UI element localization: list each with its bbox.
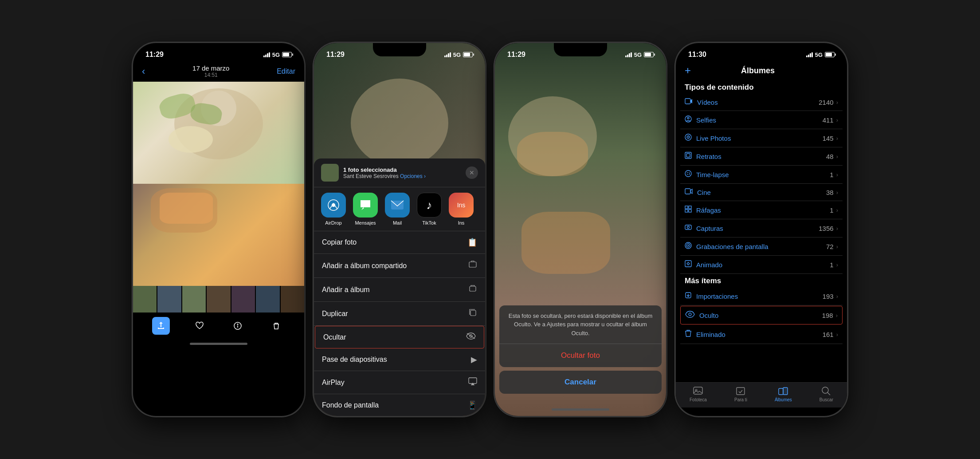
time-1: 11:29 — [145, 51, 164, 59]
album-right-rafagas-4: 1 › — [830, 206, 838, 214]
album-item-left-grabaciones-4: Grabaciones de pantalla — [685, 242, 768, 251]
albums-content-4[interactable]: Tipos de contenido Vídeos 2140 › — [676, 80, 847, 382]
live-photos-icon-4 — [685, 134, 692, 142]
album-item-left-importaciones-4: Importaciones — [685, 292, 738, 301]
app-more-2[interactable]: Ins Ins — [449, 193, 474, 226]
heart-button-1[interactable] — [191, 317, 208, 335]
eliminado-label-4: Eliminado — [696, 331, 725, 338]
app-mail-2[interactable]: Mail — [385, 193, 410, 226]
thumb-2[interactable] — [157, 286, 181, 313]
tab-fototeca-4[interactable]: Fototeca — [690, 386, 707, 402]
album-item-grabaciones-4[interactable]: Grabaciones de pantalla 72 › — [680, 237, 843, 256]
battery-icon-2 — [463, 52, 473, 57]
animado-chevron-4: › — [836, 261, 838, 268]
back-button-1[interactable]: ‹ — [142, 66, 145, 77]
action-album-2[interactable]: Añadir a álbum — [314, 278, 485, 302]
svg-rect-7 — [470, 286, 476, 291]
phone-2: 11:29 5G 1 foto seleccionada Sant Esteve… — [313, 42, 486, 417]
album-item-timelapse-4[interactable]: Time-lapse 1 › — [680, 166, 843, 184]
svg-rect-19 — [686, 154, 690, 157]
app-airdrop-2[interactable]: AirDrop — [321, 193, 346, 226]
oculto-icon-4 — [685, 311, 695, 320]
album-item-animado-4[interactable]: Animado 1 › — [680, 256, 843, 274]
album-item-importaciones-4[interactable]: Importaciones 193 › — [680, 287, 843, 305]
share-button-1[interactable] — [152, 317, 170, 335]
videos-count-4: 2140 — [819, 99, 833, 106]
importaciones-icon-4 — [685, 292, 692, 301]
album-item-cine-4[interactable]: Cine 38 › — [680, 184, 843, 201]
live-photos-count-4: 145 — [823, 135, 834, 142]
album-item-live-photos-4[interactable]: Live Photos 145 › — [680, 129, 843, 147]
eliminado-count-4: 161 — [823, 331, 834, 338]
svg-rect-8 — [470, 310, 476, 316]
battery-fill-1 — [283, 53, 289, 56]
share-header-text-2: 1 foto seleccionada Sant Esteve Sesrovir… — [343, 166, 461, 179]
home-indicator-1 — [190, 343, 247, 345]
album-item-eliminado-4[interactable]: Eliminado 161 › — [680, 325, 843, 344]
tab-para-ti-label-4: Para ti — [734, 397, 747, 402]
tab-albumes-4[interactable]: Álbumes — [775, 386, 792, 402]
svg-rect-37 — [737, 388, 745, 395]
add-album-btn-4[interactable]: + — [685, 64, 691, 77]
albums-title-4: Álbumes — [741, 66, 775, 75]
album-right-grabaciones-4: 72 › — [826, 243, 838, 250]
action-fondo-2[interactable]: Fondo de pantalla 📱 — [314, 394, 485, 416]
edit-button-1[interactable]: Editar — [277, 67, 295, 75]
share-header-2: 1 foto seleccionada Sant Esteve Sesrovir… — [314, 158, 485, 187]
app-tiktok-2[interactable]: ♪ TikTok — [417, 193, 442, 226]
retratos-chevron-4: › — [836, 153, 838, 160]
album-item-oculto-4[interactable]: Oculto 198 › — [680, 306, 843, 324]
info-button-1[interactable] — [229, 317, 247, 335]
thumb-7[interactable] — [281, 286, 304, 313]
album-item-rafagas-4[interactable]: Ráfagas 1 › — [680, 201, 843, 219]
action-list-2: Copiar foto 📋 Añadir a álbum compartido … — [314, 231, 485, 416]
time-3: 11:29 — [507, 51, 525, 59]
thumb-3[interactable] — [182, 286, 206, 313]
trash-button-1[interactable] — [267, 317, 285, 335]
hide-photo-btn-3[interactable]: Ocultar foto — [499, 344, 662, 367]
app-mensajes-2[interactable]: Mensajes — [353, 193, 378, 226]
notch-1 — [192, 43, 245, 56]
share-options-link-2[interactable]: Opciones › — [400, 173, 426, 179]
album-item-selfies-4[interactable]: Selfies 411 › — [680, 111, 843, 129]
capturas-count-4: 1356 — [819, 225, 833, 232]
album-item-retratos-4[interactable]: Retratos 48 › — [680, 147, 843, 166]
tab-para-ti-4[interactable]: Para ti — [734, 386, 747, 402]
grabaciones-label-4: Grabaciones de pantalla — [696, 243, 768, 250]
tab-buscar-label-4: Buscar — [819, 397, 833, 402]
svg-point-40 — [822, 387, 828, 393]
svg-rect-39 — [783, 388, 788, 395]
thumb-5[interactable] — [231, 286, 255, 313]
action-duplicar-2[interactable]: Duplicar — [314, 302, 485, 326]
album-item-capturas-4[interactable]: Capturas 1356 › — [680, 219, 843, 237]
battery-icon-3 — [644, 52, 654, 57]
action-pase-2[interactable]: Pase de diapositivas ▶ — [314, 348, 485, 371]
tab-buscar-4[interactable]: Buscar — [819, 386, 833, 402]
album-item-videos-4[interactable]: Vídeos 2140 › — [680, 94, 843, 111]
action-ocultar-2[interactable]: Ocultar — [315, 326, 484, 348]
share-close-btn-2[interactable]: ✕ — [466, 166, 478, 179]
album-item-left-oculto-4: Oculto — [685, 311, 718, 320]
status-icons-4: 5G — [806, 51, 835, 58]
food-photo-top-1 — [133, 82, 304, 184]
album-item-left-rafagas-4: Ráfagas — [685, 206, 721, 214]
battery-icon-1 — [282, 52, 292, 57]
album-right-retratos-4: 48 › — [826, 153, 838, 160]
album-item-left-videos-4: Vídeos — [685, 98, 718, 106]
action-album-compartido-2[interactable]: Añadir a álbum compartido — [314, 254, 485, 278]
action-copiar-2[interactable]: Copiar foto 📋 — [314, 231, 485, 254]
signal-icon-4 — [806, 52, 813, 57]
nav-bar-1: ‹ 17 de marzo 14:51 Editar — [133, 63, 304, 82]
thumb-4[interactable] — [207, 286, 230, 313]
album-right-importaciones-4: 193 › — [823, 293, 838, 300]
cine-label-4: Cine — [697, 189, 711, 196]
grabaciones-count-4: 72 — [826, 243, 834, 250]
cancel-btn-3[interactable]: Cancelar — [499, 371, 662, 394]
section-header-content-types-4: Tipos de contenido — [680, 80, 843, 94]
confirm-text-box-3: Esta foto se ocultará, pero estará dispo… — [499, 305, 662, 344]
thumb-1[interactable] — [133, 286, 157, 313]
action-pase-icon-2: ▶ — [471, 355, 477, 364]
main-photo-1 — [133, 82, 304, 286]
action-airplay-2[interactable]: AirPlay — [314, 371, 485, 394]
thumb-6[interactable] — [256, 286, 279, 313]
